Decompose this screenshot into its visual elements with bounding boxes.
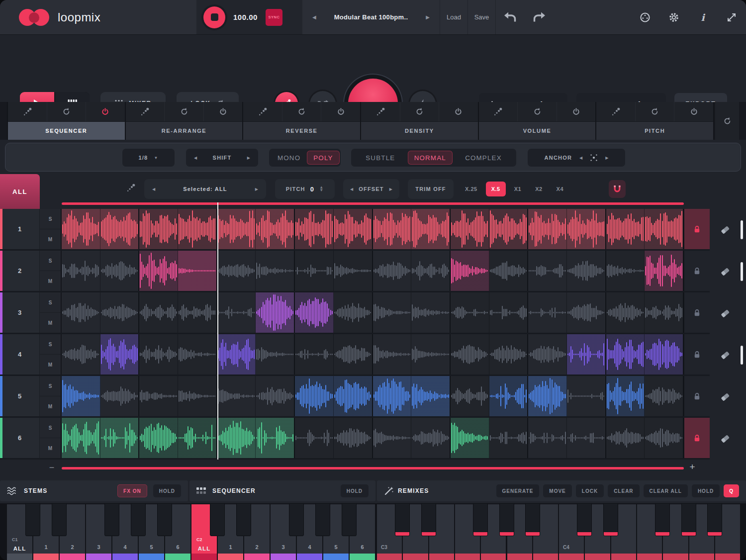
solo-button[interactable]: S xyxy=(40,292,61,313)
speed-option-x1[interactable]: X1 xyxy=(509,182,527,196)
grid-cell[interactable] xyxy=(567,334,606,374)
module-refresh-icon[interactable] xyxy=(400,102,440,121)
shift-left-button[interactable]: ◀ xyxy=(194,156,197,160)
grid-cell[interactable] xyxy=(567,292,606,333)
complex-option[interactable]: COMPLEX xyxy=(459,151,508,165)
grid-cell[interactable] xyxy=(62,376,100,416)
grid-cell[interactable] xyxy=(489,209,529,249)
module-tab-reverse[interactable]: REVERSE xyxy=(243,102,361,140)
poly-option[interactable]: POLY xyxy=(307,151,339,165)
undo-button[interactable] xyxy=(496,0,525,34)
solo-button[interactable]: S xyxy=(40,209,61,229)
fx-on-button[interactable]: FX ON xyxy=(117,484,147,497)
grid-cell[interactable] xyxy=(528,334,567,374)
grid-cell[interactable] xyxy=(334,209,373,249)
black-key[interactable] xyxy=(499,503,514,536)
grid-cell[interactable] xyxy=(489,292,529,333)
grid-cell[interactable] xyxy=(373,418,412,458)
module-tab-pitch[interactable]: PITCH xyxy=(596,102,714,140)
grid-cell[interactable] xyxy=(528,418,567,458)
magnet-button[interactable] xyxy=(609,180,626,198)
black-key[interactable] xyxy=(342,503,357,536)
save-button[interactable]: Save xyxy=(468,0,496,34)
black-key[interactable] xyxy=(131,503,146,536)
black-key[interactable] xyxy=(525,503,540,536)
speed-option-x.25[interactable]: X.25 xyxy=(460,182,483,196)
scroll-thumb[interactable] xyxy=(741,220,743,239)
normal-option[interactable]: NORMAL xyxy=(408,151,453,165)
grid-cell[interactable] xyxy=(645,376,684,416)
black-key[interactable] xyxy=(104,503,119,536)
grid-cell[interactable] xyxy=(295,209,334,249)
grid-cell[interactable] xyxy=(411,292,451,333)
solo-button[interactable]: S xyxy=(40,418,61,438)
module-refresh-icon[interactable] xyxy=(282,102,322,121)
grid-cell[interactable] xyxy=(451,376,489,416)
redo-button[interactable] xyxy=(525,0,554,34)
mute-button[interactable]: M xyxy=(40,396,61,416)
anchor-center-icon[interactable] xyxy=(590,154,598,162)
module-variation-icon[interactable] xyxy=(243,102,282,121)
select-prev-button[interactable]: ◀ xyxy=(152,187,155,191)
grid-cell[interactable] xyxy=(295,418,334,458)
module-variation-icon[interactable] xyxy=(126,102,165,121)
grid-cell[interactable] xyxy=(451,334,489,374)
track-number[interactable]: 1 xyxy=(0,209,40,249)
loop-range-bar-top[interactable] xyxy=(62,202,684,205)
grid-cell[interactable] xyxy=(606,376,645,416)
grid-cell[interactable] xyxy=(645,334,684,374)
grid-cell[interactable] xyxy=(489,418,529,458)
black-key[interactable] xyxy=(157,503,172,536)
grid-cell[interactable] xyxy=(373,209,412,249)
track-scrollbar[interactable] xyxy=(741,334,746,376)
grid-cell[interactable] xyxy=(606,418,645,458)
module-variation-icon[interactable] xyxy=(479,102,518,121)
stems-hold-button[interactable]: HOLD xyxy=(153,484,181,497)
black-key[interactable] xyxy=(577,503,592,536)
black-key[interactable] xyxy=(707,503,722,536)
grid-cell[interactable] xyxy=(373,292,412,333)
track-lock-button[interactable] xyxy=(684,376,710,416)
mute-button[interactable]: M xyxy=(40,313,61,333)
module-power-icon[interactable] xyxy=(557,102,596,121)
remix-clear-button[interactable]: CLEAR xyxy=(608,484,639,497)
grid-cell[interactable] xyxy=(100,209,140,249)
track-clear-button[interactable] xyxy=(710,334,741,376)
trim-toggle[interactable]: TRIM OFF xyxy=(408,179,454,199)
speed-option-x2[interactable]: X2 xyxy=(530,182,548,196)
black-key[interactable] xyxy=(52,503,67,536)
mute-button[interactable]: M xyxy=(40,355,61,374)
black-key[interactable] xyxy=(473,503,488,536)
grid-cell[interactable] xyxy=(528,251,567,291)
track-number[interactable]: 6 xyxy=(0,418,40,458)
track-clear-button[interactable] xyxy=(710,209,741,251)
grid-cell[interactable] xyxy=(451,292,489,333)
grid-cell[interactable] xyxy=(373,251,412,291)
grid-cell[interactable] xyxy=(451,251,489,291)
remix-generate-button[interactable]: GENERATE xyxy=(496,484,540,497)
stop-button[interactable] xyxy=(203,6,225,28)
zoom-out-button[interactable]: − xyxy=(46,463,58,473)
black-key[interactable] xyxy=(315,503,330,536)
black-key[interactable] xyxy=(236,503,251,536)
offset-left-button[interactable]: ◀ xyxy=(350,187,353,191)
info-button[interactable]: i xyxy=(688,0,717,34)
track-lock-button[interactable] xyxy=(684,209,710,249)
anchor-left-button[interactable]: ◀ xyxy=(579,156,582,160)
module-refresh-icon[interactable] xyxy=(47,102,87,121)
mute-button[interactable]: M xyxy=(40,438,61,458)
track-clear-button[interactable] xyxy=(710,292,741,334)
module-tab-volume[interactable]: VOLUME xyxy=(479,102,597,140)
grid-cell[interactable] xyxy=(295,292,334,333)
offset-right-button[interactable]: ▶ xyxy=(389,187,392,191)
grid-cell[interactable] xyxy=(411,418,451,458)
grid-cell[interactable] xyxy=(217,251,256,291)
grid-cell[interactable] xyxy=(606,251,645,291)
grid-cell[interactable] xyxy=(567,209,606,249)
grid-cell[interactable] xyxy=(334,251,373,291)
grid-cell[interactable] xyxy=(256,209,295,249)
grid-cell[interactable] xyxy=(178,292,217,333)
grid-cell[interactable] xyxy=(217,334,256,374)
module-refresh-icon[interactable] xyxy=(636,102,675,121)
select-next-button[interactable]: ▶ xyxy=(255,187,258,191)
